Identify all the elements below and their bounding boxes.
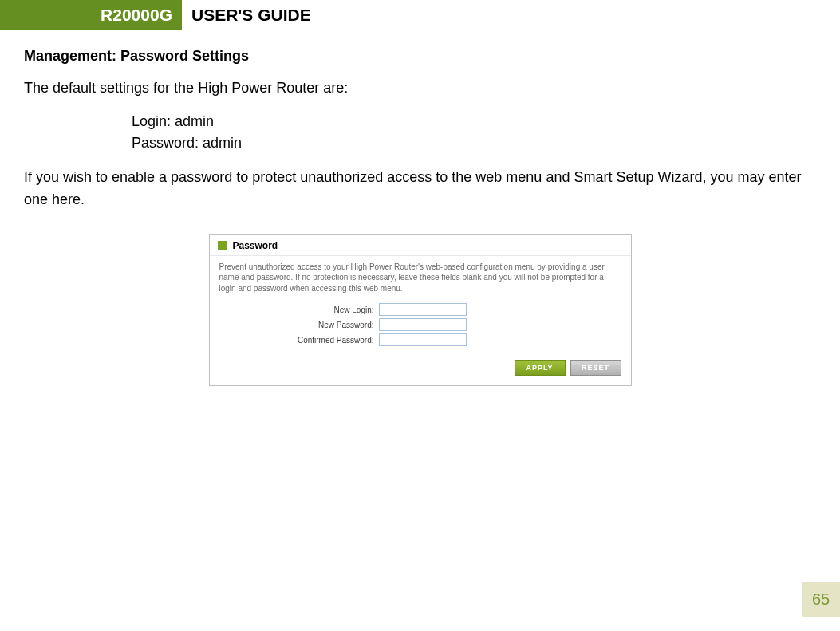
- guide-title-text: USER'S GUIDE: [191, 6, 311, 25]
- default-credentials: Login: admin Password: admin: [132, 111, 816, 154]
- label-confirmed-password: Confirmed Password:: [219, 336, 379, 345]
- page-number-badge: 65: [802, 582, 840, 617]
- panel-actions: APPLY RESET: [210, 352, 631, 385]
- intro-paragraph: The default settings for the High Power …: [24, 77, 816, 100]
- default-password: Password: admin: [132, 132, 816, 154]
- form-row-new-password: New Password:: [219, 318, 621, 331]
- panel-header: Password: [210, 235, 631, 256]
- reset-button[interactable]: RESET: [570, 360, 621, 376]
- default-login: Login: admin: [132, 111, 816, 132]
- model-text: R20000G: [101, 6, 172, 25]
- input-new-login[interactable]: [379, 303, 467, 316]
- panel-form: New Login: New Password: Confirmed Passw…: [210, 296, 631, 352]
- guide-title: USER'S GUIDE: [182, 0, 311, 30]
- square-icon: [218, 241, 227, 250]
- input-confirmed-password[interactable]: [379, 333, 467, 346]
- panel-description: Prevent unauthorized access to your High…: [210, 256, 631, 297]
- input-new-password[interactable]: [379, 318, 467, 331]
- panel-wrap: Password Prevent unauthorized access to …: [24, 234, 816, 387]
- model-badge: R20000G: [0, 0, 182, 30]
- form-row-confirmed-password: Confirmed Password:: [219, 333, 621, 346]
- form-row-new-login: New Login:: [219, 303, 621, 316]
- page-header: R20000G USER'S GUIDE: [0, 0, 818, 30]
- label-new-password: New Password:: [219, 321, 379, 329]
- password-panel: Password Prevent unauthorized access to …: [209, 234, 632, 387]
- panel-title: Password: [233, 240, 278, 251]
- page-number: 65: [812, 590, 830, 609]
- label-new-login: New Login:: [219, 306, 379, 314]
- page-content: Management: Password Settings The defaul…: [0, 30, 840, 386]
- section-title: Management: Password Settings: [24, 48, 816, 65]
- instructions-paragraph: If you wish to enable a password to prot…: [24, 167, 816, 211]
- apply-button[interactable]: APPLY: [515, 360, 566, 376]
